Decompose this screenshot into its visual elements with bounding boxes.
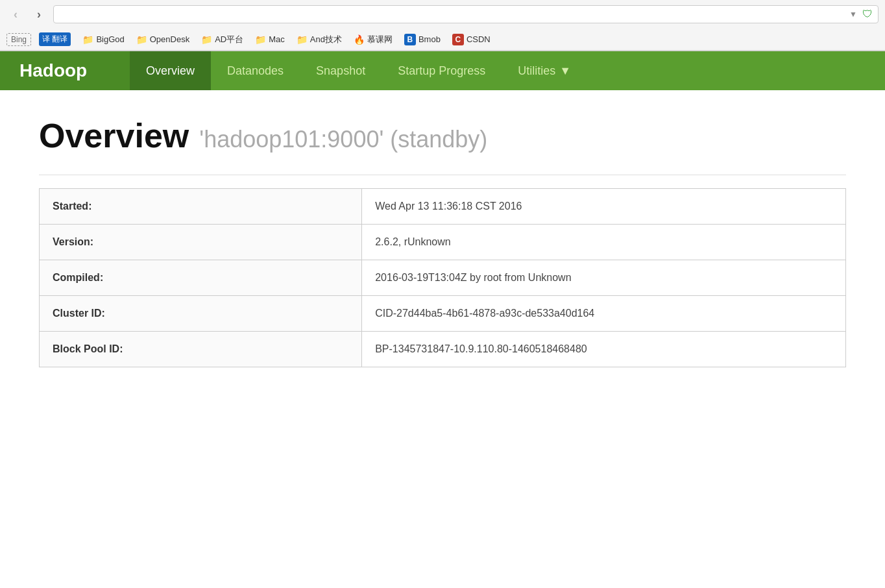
value-compiled: 2016-03-19T13:04Z by root from Unknown: [362, 260, 846, 296]
value-cluster-id: CID-27d44ba5-4b61-4878-a93c-de533a40d164: [362, 296, 846, 332]
forward-button[interactable]: ›: [30, 5, 48, 23]
table-row: Started: Wed Apr 13 11:36:18 CST 2016: [40, 189, 846, 225]
back-button[interactable]: ‹: [6, 5, 25, 23]
bookmark-mac-label: Mac: [269, 34, 285, 44]
label-cluster-id: Cluster ID:: [40, 296, 362, 332]
bookmark-bmob[interactable]: B Bmob: [400, 32, 444, 47]
bookmark-adplatform-label: AD平台: [215, 34, 243, 45]
hadoop-brand[interactable]: Hadoop: [0, 51, 130, 90]
bookmark-andtech[interactable]: 📁 And技术: [293, 32, 346, 47]
bookmark-csdn[interactable]: C CSDN: [448, 32, 494, 47]
nav-utilities-label: Utilities: [518, 64, 555, 78]
folder-icon: 📁: [255, 34, 266, 45]
nav-item-datanodes[interactable]: Datanodes: [211, 51, 300, 90]
translate-badge: 译 翻译: [39, 32, 71, 46]
bookmark-mac[interactable]: 📁 Mac: [251, 33, 289, 46]
nav-datanodes-label: Datanodes: [227, 64, 284, 78]
folder-icon: 📁: [297, 34, 308, 45]
shield-icon: 🛡: [862, 8, 873, 20]
folder-icon: 🔥: [354, 34, 365, 45]
bookmark-biggod[interactable]: 📁 BigGod: [79, 33, 128, 46]
bookmark-andtech-label: And技术: [310, 34, 342, 45]
bmob-icon: B: [404, 34, 416, 45]
label-started: Started:: [40, 189, 362, 225]
label-version: Version:: [40, 225, 362, 260]
nav-startup-label: Startup Progress: [398, 64, 485, 78]
label-block-pool-id: Block Pool ID:: [40, 332, 362, 367]
csdn-icon: C: [452, 34, 464, 45]
folder-icon: 📁: [82, 34, 93, 45]
main-content: Overview 'hadoop101:9000' (standby) Star…: [0, 90, 885, 393]
table-row: Block Pool ID: BP-1345731847-10.9.110.80…: [40, 332, 846, 367]
nav-snapshot-label: Snapshot: [316, 64, 365, 78]
nav-item-utilities[interactable]: Utilities ▼: [502, 51, 587, 90]
browser-nav-bar: ‹ › hadoop101:50070/dfshealth.html#tab-o…: [0, 0, 885, 29]
browser-chrome: ‹ › hadoop101:50070/dfshealth.html#tab-o…: [0, 0, 885, 51]
nav-item-overview[interactable]: Overview: [130, 51, 211, 90]
bookmark-mooc-label: 慕课网: [367, 34, 393, 45]
bookmark-opendesk[interactable]: 📁 OpenDesk: [132, 33, 193, 46]
folder-icon: 📁: [136, 34, 147, 45]
hadoop-navbar: Hadoop Overview Datanodes Snapshot Start…: [0, 51, 885, 90]
nav-overview-label: Overview: [146, 64, 195, 78]
address-bar[interactable]: hadoop101:50070/dfshealth.html#tab-overv…: [53, 5, 879, 23]
url-input[interactable]: hadoop101:50070/dfshealth.html#tab-overv…: [59, 9, 849, 19]
value-block-pool-id: BP-1345731847-10.9.110.80-1460518468480: [362, 332, 846, 367]
dropdown-arrow-icon: ▼: [849, 10, 857, 19]
bookmark-biggod-label: BigGod: [96, 34, 124, 44]
info-table: Started: Wed Apr 13 11:36:18 CST 2016 Ve…: [39, 188, 846, 367]
bookmark-bmob-label: Bmob: [418, 34, 441, 44]
bookmark-translate[interactable]: 译 翻译: [35, 31, 75, 47]
table-row: Version: 2.6.2, rUnknown: [40, 225, 846, 260]
table-row: Cluster ID: CID-27d44ba5-4b61-4878-a93c-…: [40, 296, 846, 332]
nav-item-startup-progress[interactable]: Startup Progress: [382, 51, 502, 90]
value-started: Wed Apr 13 11:36:18 CST 2016: [362, 189, 846, 225]
folder-icon: 📁: [201, 34, 212, 45]
divider: [39, 175, 846, 175]
page-subtitle: 'hadoop101:9000' (standby): [199, 126, 487, 153]
table-row: Compiled: 2016-03-19T13:04Z by root from…: [40, 260, 846, 296]
value-version: 2.6.2, rUnknown: [362, 225, 846, 260]
bookmark-csdn-label: CSDN: [467, 34, 491, 44]
label-compiled: Compiled:: [40, 260, 362, 296]
page-title-area: Overview 'hadoop101:9000' (standby): [39, 116, 846, 155]
bookmark-bing[interactable]: Bing: [6, 33, 31, 46]
hadoop-brand-label: Hadoop: [19, 60, 87, 81]
bookmark-mooc[interactable]: 🔥 慕课网: [350, 32, 396, 47]
utilities-dropdown-icon: ▼: [559, 64, 571, 78]
nav-item-snapshot[interactable]: Snapshot: [300, 51, 382, 90]
bookmarks-bar: Bing 译 翻译 📁 BigGod 📁 OpenDesk 📁 AD平台 📁 M…: [0, 29, 885, 51]
bing-label: Bing: [11, 35, 27, 44]
page-title: Overview: [39, 116, 189, 155]
bookmark-adplatform[interactable]: 📁 AD平台: [197, 32, 247, 47]
bookmark-opendesk-label: OpenDesk: [150, 34, 189, 44]
